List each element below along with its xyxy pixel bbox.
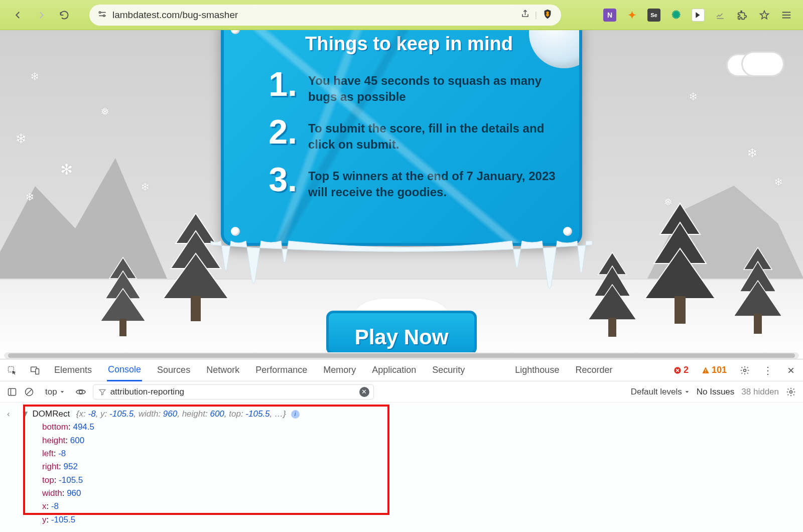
extension-icon[interactable] — [692, 9, 705, 22]
svg-rect-21 — [754, 314, 762, 334]
rule-number: 1. — [259, 70, 297, 99]
tab-elements[interactable]: Elements — [53, 360, 93, 380]
rule-text: Top 5 winners at the end of 7 January, 2… — [308, 165, 559, 201]
rule-number: 3. — [259, 165, 297, 194]
issues-label[interactable]: No Issues — [697, 387, 735, 397]
svg-marker-16 — [645, 248, 715, 299]
bookmark-icon[interactable] — [758, 9, 771, 22]
sidebar-toggle-icon[interactable] — [7, 387, 17, 397]
console-settings-icon[interactable] — [786, 387, 796, 397]
extension-icon[interactable]: ✦ — [625, 9, 638, 22]
svg-rect-9 — [119, 319, 126, 336]
tab-security[interactable]: Security — [431, 360, 466, 380]
input-caret-icon: ‹ — [7, 408, 10, 421]
svg-rect-17 — [675, 296, 686, 324]
site-settings-icon[interactable] — [97, 9, 107, 21]
tree-decoration — [635, 198, 725, 329]
instructions-card: Things to keep in mind 1.You have 45 sec… — [221, 30, 582, 246]
tab-sources[interactable]: Sources — [156, 360, 191, 380]
tab-lighthouse[interactable]: Lighthouse — [514, 360, 560, 380]
reload-button[interactable] — [56, 7, 72, 23]
hidden-count[interactable]: 38 hidden — [741, 387, 779, 397]
devtools-tabs: ElementsConsoleSourcesNetworkPerformance… — [0, 359, 803, 381]
settings-icon[interactable] — [740, 365, 750, 375]
tab-recorder[interactable]: Recorder — [574, 360, 613, 380]
svg-rect-13 — [608, 318, 616, 337]
info-icon[interactable]: i — [291, 410, 300, 419]
object-property[interactable]: height: 600 — [42, 434, 796, 447]
tree-decoration — [95, 253, 151, 339]
svg-point-0 — [99, 12, 100, 13]
svg-marker-12 — [588, 285, 636, 320]
menu-icon[interactable] — [780, 9, 793, 22]
extensions-strip: N ✦ Se ✺ — [603, 9, 793, 22]
card-title: Things to keep in mind — [259, 33, 559, 55]
filter-field[interactable] — [110, 387, 355, 397]
horizontal-scrollbar[interactable] — [4, 352, 799, 359]
object-property[interactable]: right: 952 — [42, 460, 796, 473]
forward-button[interactable] — [33, 7, 49, 23]
console-toolbar: top ✕ Default levels No Issues 38 hidden — [0, 381, 803, 403]
svg-point-31 — [790, 390, 792, 393]
brave-shield-icon[interactable] — [542, 9, 553, 22]
extension-icon[interactable] — [714, 9, 727, 22]
object-property[interactable]: x: -8 — [42, 500, 796, 513]
tab-console[interactable]: Console — [107, 359, 142, 381]
tab-network[interactable]: Network — [205, 360, 240, 380]
expand-icon[interactable]: ▼ — [21, 408, 30, 421]
close-icon[interactable] — [786, 365, 796, 375]
clear-console-icon[interactable] — [24, 387, 34, 397]
devtools-panel: ElementsConsoleSourcesNetworkPerformance… — [0, 359, 803, 532]
svg-marker-20 — [734, 281, 782, 316]
more-icon[interactable]: ⋮ — [763, 365, 773, 375]
tree-decoration — [728, 243, 788, 336]
object-header[interactable]: DOMRect {x: -8, y: -105.5, width: 960, h… — [33, 408, 300, 421]
tab-application[interactable]: Application — [371, 360, 417, 380]
browser-toolbar: lambdatest.com/bug-smasher | N ✦ Se ✺ — [0, 0, 803, 30]
svg-rect-5 — [191, 296, 201, 321]
extension-icon[interactable]: N — [603, 9, 616, 22]
context-selector[interactable]: top — [41, 385, 69, 398]
warning-count[interactable]: 101 — [702, 365, 727, 375]
scrollbar-thumb[interactable] — [8, 353, 795, 358]
rule-text: To submit the score, fill in the details… — [308, 117, 559, 153]
tab-memory[interactable]: Memory — [322, 360, 357, 380]
device-toggle-icon[interactable] — [30, 365, 40, 375]
svg-point-30 — [79, 390, 82, 393]
url-text: lambdatest.com/bug-smasher — [112, 10, 515, 21]
extension-icon[interactable]: Se — [647, 9, 660, 22]
object-property[interactable]: left: -8 — [42, 447, 796, 460]
rule-text: You have 45 seconds to squash as many bu… — [308, 70, 559, 105]
log-levels-selector[interactable]: Default levels — [631, 387, 690, 397]
extensions-icon[interactable] — [736, 9, 749, 22]
svg-marker-8 — [100, 289, 146, 321]
rule-number: 2. — [259, 117, 297, 147]
filter-input[interactable]: ✕ — [93, 384, 374, 400]
object-property[interactable]: bottom: 494.5 — [42, 421, 796, 434]
rule-item: 1.You have 45 seconds to squash as many … — [259, 70, 559, 105]
svg-rect-28 — [9, 388, 16, 395]
clear-filter-icon[interactable]: ✕ — [359, 387, 369, 397]
error-count[interactable]: 2 — [674, 365, 689, 375]
play-label: Play Now — [355, 325, 449, 349]
live-expression-icon[interactable] — [76, 387, 86, 397]
object-property[interactable]: top: -105.5 — [42, 474, 796, 487]
object-property[interactable]: width: 960 — [42, 487, 796, 500]
back-button[interactable] — [10, 7, 26, 23]
rule-item: 3.Top 5 winners at the end of 7 January,… — [259, 165, 559, 201]
svg-point-26 — [705, 371, 706, 372]
share-icon[interactable] — [520, 9, 530, 21]
extension-icon[interactable]: ✺ — [670, 9, 683, 22]
play-now-button[interactable]: Play Now — [326, 311, 477, 355]
svg-rect-24 — [36, 368, 39, 374]
svg-point-1 — [103, 15, 105, 16]
object-property[interactable]: y: -105.5 — [42, 513, 796, 526]
address-bar[interactable]: lambdatest.com/bug-smasher | — [89, 5, 561, 26]
inspect-icon[interactable] — [7, 365, 17, 375]
page-content: ❄ ❄ ❅ ❄ ✻ ❄ ❄ ❄ ❅ ❄ Things to keep in mi… — [0, 30, 803, 359]
console-output[interactable]: ‹ ▼ DOMRect {x: -8, y: -105.5, width: 96… — [0, 403, 803, 532]
tab-performance[interactable]: Performance — [254, 360, 308, 380]
rule-item: 2.To submit the score, fill in the detai… — [259, 117, 559, 153]
svg-point-27 — [744, 369, 746, 371]
cloud-decoration — [728, 50, 788, 75]
